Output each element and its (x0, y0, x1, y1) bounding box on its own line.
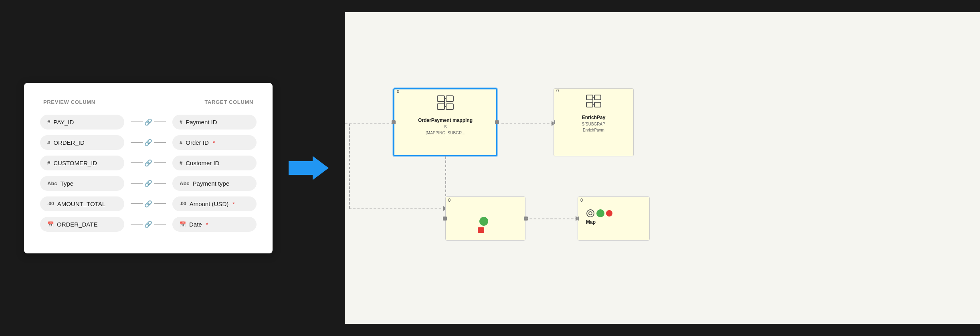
node-title-right: EnrichPay (582, 115, 606, 120)
mapping-row-5: .00 AMOUNT_TOTAL 🔗 .00 Amount (USD) * (40, 196, 257, 211)
svg-point-16 (589, 212, 592, 215)
preview-field-type: Abc Type (40, 176, 124, 191)
node-output-main[interactable] (495, 120, 499, 124)
hash-icon-1: # (47, 119, 50, 125)
line-right-2 (154, 142, 166, 143)
pipeline-canvas: 0 OrderPayment mapping (345, 12, 980, 324)
svg-rect-2 (446, 96, 453, 101)
bottom-right-icons (586, 209, 612, 218)
line-left-2 (131, 142, 143, 143)
preview-field-pay-id: # PAY_ID (40, 115, 124, 130)
node-title-bottom-right: Map (586, 219, 596, 225)
node-subtitle-main-2: {MAPPING_SUBGR... (426, 131, 465, 135)
connector-1: 🔗 (124, 118, 172, 126)
node-subtitle-right-1: ${SUBGRAP (582, 122, 605, 126)
preview-column-header: PREVIEW COLUMN (43, 99, 95, 105)
node-icon-right (586, 94, 602, 111)
line-right-6 (154, 224, 166, 225)
link-icon-2: 🔗 (143, 139, 154, 146)
calendar-icon-t1: 📅 (180, 221, 186, 227)
target-field-payment-id: # Payment ID (172, 115, 257, 130)
node-body-right: EnrichPay ${SUBGRAP EnrichPaym (554, 89, 633, 136)
node-icon-main (436, 95, 454, 113)
bottom-left-node[interactable]: 0 (445, 196, 525, 241)
enrich-pay-node[interactable]: 0 EnrichPay ${SUBGRAP EnrichPay (554, 88, 634, 156)
hash-icon-t1: # (180, 119, 182, 125)
preview-field-customer-id: # CUSTOMER_ID (40, 156, 124, 170)
preview-label-6: ORDER_DATE (57, 221, 97, 228)
line-left-4 (131, 183, 143, 184)
line-left-6 (131, 224, 143, 225)
svg-rect-4 (446, 104, 453, 109)
connector-6: 🔗 (124, 221, 172, 228)
connector-2: 🔗 (124, 139, 172, 146)
hash-icon-3: # (47, 160, 50, 166)
target-label-1: Payment ID (186, 119, 217, 125)
svg-rect-1 (437, 96, 445, 101)
node-counter-bottom-right: 0 (580, 198, 583, 202)
preview-label-4: Type (61, 180, 74, 187)
abc-icon-1: Abc (47, 180, 57, 186)
preview-field-amount: .00 AMOUNT_TOTAL (40, 196, 124, 211)
hash-icon-t2: # (180, 140, 182, 146)
svg-rect-8 (586, 95, 593, 100)
target-label-2: Order ID (186, 139, 209, 146)
required-star-6: * (206, 221, 208, 228)
node-input-main[interactable] (392, 120, 396, 124)
mapping-row-4: Abc Type 🔗 Abc Payment type (40, 176, 257, 191)
preview-field-order-id: # ORDER_ID (40, 135, 124, 150)
required-star-2: * (213, 139, 215, 146)
red-circle-bottom-right (606, 210, 612, 217)
mapping-row-2: # ORDER_ID 🔗 # Order ID * (40, 135, 257, 150)
h-line-bottom-1 (349, 208, 445, 209)
decimal-icon-t1: .00 (180, 201, 186, 206)
bottom-right-node[interactable]: 0 Map (578, 196, 650, 241)
line-right-4 (154, 183, 166, 184)
node-subtitle-main-1: S (444, 125, 447, 129)
line-right-3 (154, 162, 166, 163)
mapping-row-6: 📅 ORDER_DATE 🔗 📅 Date * (40, 217, 257, 232)
preview-label-3: CUSTOMER_ID (53, 160, 97, 166)
v-line-2 (349, 123, 350, 208)
calendar-icon-1: 📅 (47, 221, 54, 227)
node-title-main: OrderPayment mapping (418, 117, 473, 123)
preview-label-2: ORDER_ID (53, 139, 85, 146)
line-left-5 (131, 203, 143, 204)
target-label-6: Date (189, 221, 202, 228)
order-payment-mapping-node[interactable]: 0 OrderPayment mapping (393, 88, 497, 156)
node-input-bottom-right[interactable] (578, 217, 579, 221)
node-input-bottom-left[interactable] (443, 217, 447, 221)
line-right-1 (154, 121, 166, 122)
node-counter-main: 0 (397, 89, 399, 94)
link-icon-3: 🔗 (143, 159, 154, 167)
svg-point-15 (587, 210, 594, 217)
link-icon-4: 🔗 (143, 180, 154, 187)
node-counter-right: 0 (556, 88, 559, 93)
target-field-customer-id: # Customer ID (172, 156, 257, 170)
target-field-amount-usd: .00 Amount (USD) * (172, 196, 257, 211)
line-left-1 (131, 121, 143, 122)
node-input-right[interactable] (554, 120, 555, 124)
columns-header: PREVIEW COLUMN TARGET COLUMN (40, 99, 257, 105)
connector-5: 🔗 (124, 200, 172, 208)
target-column-header: TARGET COLUMN (204, 99, 253, 105)
preview-label-5: AMOUNT_TOTAL (57, 200, 105, 207)
node-subtitle-right-2: EnrichPaym (583, 128, 604, 132)
link-icon-5: 🔗 (143, 200, 154, 208)
node-body-main: OrderPayment mapping S {MAPPING_SUBGR... (394, 89, 496, 139)
abc-icon-t1: Abc (180, 180, 190, 186)
h-line-1 (345, 123, 393, 124)
target-field-payment-type: Abc Payment type (172, 176, 257, 191)
svg-rect-10 (586, 102, 593, 107)
link-icon-6: 🔗 (143, 221, 154, 228)
preview-label-1: PAY_ID (53, 119, 74, 125)
svg-rect-11 (594, 102, 601, 107)
hash-icon-2: # (47, 140, 50, 146)
target-label-4: Payment type (193, 180, 230, 187)
target-label-5: Amount (USD) (190, 200, 229, 207)
line-right-5 (154, 203, 166, 204)
mapping-row-1: # PAY_ID 🔗 # Payment ID (40, 115, 257, 130)
target-field-date: 📅 Date * (172, 217, 257, 232)
preview-field-order-date: 📅 ORDER_DATE (40, 217, 124, 232)
svg-rect-3 (437, 104, 445, 109)
